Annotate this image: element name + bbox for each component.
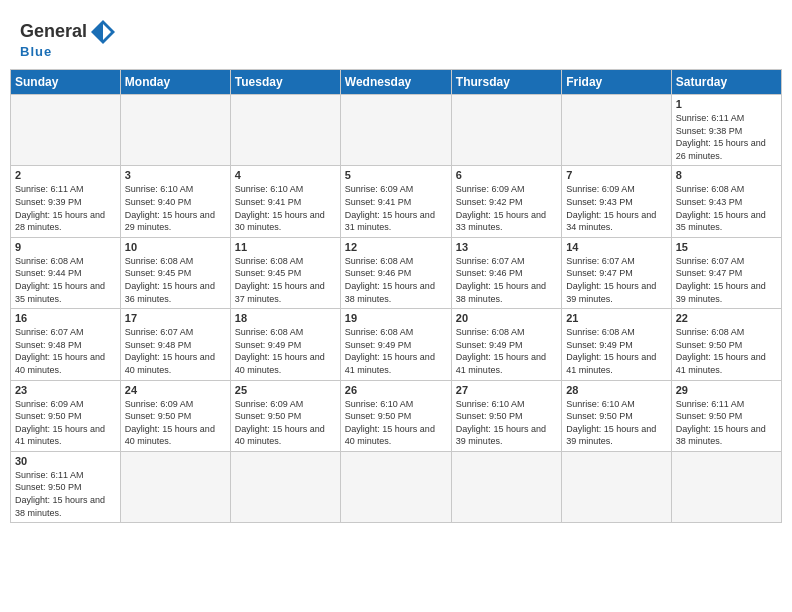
- calendar-cell: [230, 95, 340, 166]
- day-info: Sunrise: 6:07 AMSunset: 9:48 PMDaylight:…: [15, 326, 116, 376]
- day-info: Sunrise: 6:08 AMSunset: 9:50 PMDaylight:…: [676, 326, 777, 376]
- day-number: 29: [676, 384, 777, 396]
- day-number: 13: [456, 241, 557, 253]
- calendar-week-2: 9Sunrise: 6:08 AMSunset: 9:44 PMDaylight…: [11, 237, 782, 308]
- calendar-cell: 10Sunrise: 6:08 AMSunset: 9:45 PMDayligh…: [120, 237, 230, 308]
- calendar-cell: [562, 451, 671, 522]
- calendar-cell: 11Sunrise: 6:08 AMSunset: 9:45 PMDayligh…: [230, 237, 340, 308]
- calendar-week-4: 23Sunrise: 6:09 AMSunset: 9:50 PMDayligh…: [11, 380, 782, 451]
- calendar-cell: 30Sunrise: 6:11 AMSunset: 9:50 PMDayligh…: [11, 451, 121, 522]
- day-number: 4: [235, 169, 336, 181]
- calendar-cell: [120, 95, 230, 166]
- calendar-cell: 9Sunrise: 6:08 AMSunset: 9:44 PMDaylight…: [11, 237, 121, 308]
- day-number: 21: [566, 312, 666, 324]
- day-number: 19: [345, 312, 447, 324]
- calendar-cell: 7Sunrise: 6:09 AMSunset: 9:43 PMDaylight…: [562, 166, 671, 237]
- calendar-cell: 8Sunrise: 6:08 AMSunset: 9:43 PMDaylight…: [671, 166, 781, 237]
- logo-icon: [89, 18, 117, 46]
- day-number: 5: [345, 169, 447, 181]
- calendar-cell: [120, 451, 230, 522]
- day-number: 7: [566, 169, 666, 181]
- calendar-cell: 23Sunrise: 6:09 AMSunset: 9:50 PMDayligh…: [11, 380, 121, 451]
- day-info: Sunrise: 6:08 AMSunset: 9:46 PMDaylight:…: [345, 255, 447, 305]
- day-info: Sunrise: 6:08 AMSunset: 9:44 PMDaylight:…: [15, 255, 116, 305]
- day-number: 8: [676, 169, 777, 181]
- day-info: Sunrise: 6:09 AMSunset: 9:50 PMDaylight:…: [235, 398, 336, 448]
- day-number: 20: [456, 312, 557, 324]
- day-info: Sunrise: 6:08 AMSunset: 9:45 PMDaylight:…: [235, 255, 336, 305]
- day-number: 11: [235, 241, 336, 253]
- calendar-cell: 14Sunrise: 6:07 AMSunset: 9:47 PMDayligh…: [562, 237, 671, 308]
- day-info: Sunrise: 6:09 AMSunset: 9:50 PMDaylight:…: [125, 398, 226, 448]
- day-info: Sunrise: 6:10 AMSunset: 9:50 PMDaylight:…: [456, 398, 557, 448]
- weekday-header-thursday: Thursday: [451, 70, 561, 95]
- calendar-week-0: 1Sunrise: 6:11 AMSunset: 9:38 PMDaylight…: [11, 95, 782, 166]
- day-info: Sunrise: 6:08 AMSunset: 9:45 PMDaylight:…: [125, 255, 226, 305]
- calendar-cell: 5Sunrise: 6:09 AMSunset: 9:41 PMDaylight…: [340, 166, 451, 237]
- header: General Blue: [10, 10, 782, 65]
- calendar-cell: 26Sunrise: 6:10 AMSunset: 9:50 PMDayligh…: [340, 380, 451, 451]
- calendar-cell: 27Sunrise: 6:10 AMSunset: 9:50 PMDayligh…: [451, 380, 561, 451]
- calendar-cell: 20Sunrise: 6:08 AMSunset: 9:49 PMDayligh…: [451, 309, 561, 380]
- day-number: 26: [345, 384, 447, 396]
- day-info: Sunrise: 6:08 AMSunset: 9:49 PMDaylight:…: [345, 326, 447, 376]
- weekday-header-monday: Monday: [120, 70, 230, 95]
- weekday-header-saturday: Saturday: [671, 70, 781, 95]
- calendar-cell: 25Sunrise: 6:09 AMSunset: 9:50 PMDayligh…: [230, 380, 340, 451]
- day-number: 23: [15, 384, 116, 396]
- calendar-body: 1Sunrise: 6:11 AMSunset: 9:38 PMDaylight…: [11, 95, 782, 523]
- day-number: 28: [566, 384, 666, 396]
- calendar-week-5: 30Sunrise: 6:11 AMSunset: 9:50 PMDayligh…: [11, 451, 782, 522]
- logo: General Blue: [20, 18, 117, 59]
- calendar-cell: 28Sunrise: 6:10 AMSunset: 9:50 PMDayligh…: [562, 380, 671, 451]
- day-info: Sunrise: 6:11 AMSunset: 9:38 PMDaylight:…: [676, 112, 777, 162]
- day-number: 27: [456, 384, 557, 396]
- day-number: 9: [15, 241, 116, 253]
- day-number: 17: [125, 312, 226, 324]
- day-info: Sunrise: 6:08 AMSunset: 9:49 PMDaylight:…: [235, 326, 336, 376]
- day-info: Sunrise: 6:07 AMSunset: 9:48 PMDaylight:…: [125, 326, 226, 376]
- calendar-cell: 15Sunrise: 6:07 AMSunset: 9:47 PMDayligh…: [671, 237, 781, 308]
- day-info: Sunrise: 6:08 AMSunset: 9:43 PMDaylight:…: [676, 183, 777, 233]
- logo-blue-text: Blue: [20, 44, 117, 59]
- day-info: Sunrise: 6:10 AMSunset: 9:40 PMDaylight:…: [125, 183, 226, 233]
- calendar-cell: 19Sunrise: 6:08 AMSunset: 9:49 PMDayligh…: [340, 309, 451, 380]
- calendar-cell: 6Sunrise: 6:09 AMSunset: 9:42 PMDaylight…: [451, 166, 561, 237]
- day-number: 12: [345, 241, 447, 253]
- calendar-cell: 3Sunrise: 6:10 AMSunset: 9:40 PMDaylight…: [120, 166, 230, 237]
- day-info: Sunrise: 6:10 AMSunset: 9:50 PMDaylight:…: [345, 398, 447, 448]
- calendar-cell: [562, 95, 671, 166]
- day-number: 6: [456, 169, 557, 181]
- calendar-cell: 1Sunrise: 6:11 AMSunset: 9:38 PMDaylight…: [671, 95, 781, 166]
- calendar-cell: [230, 451, 340, 522]
- weekday-header-row: SundayMondayTuesdayWednesdayThursdayFrid…: [11, 70, 782, 95]
- calendar-cell: 22Sunrise: 6:08 AMSunset: 9:50 PMDayligh…: [671, 309, 781, 380]
- weekday-header-wednesday: Wednesday: [340, 70, 451, 95]
- day-number: 30: [15, 455, 116, 467]
- day-number: 2: [15, 169, 116, 181]
- weekday-header-friday: Friday: [562, 70, 671, 95]
- day-info: Sunrise: 6:11 AMSunset: 9:50 PMDaylight:…: [15, 469, 116, 519]
- calendar-cell: 18Sunrise: 6:08 AMSunset: 9:49 PMDayligh…: [230, 309, 340, 380]
- day-number: 1: [676, 98, 777, 110]
- calendar-cell: [11, 95, 121, 166]
- day-info: Sunrise: 6:08 AMSunset: 9:49 PMDaylight:…: [456, 326, 557, 376]
- day-info: Sunrise: 6:11 AMSunset: 9:50 PMDaylight:…: [676, 398, 777, 448]
- calendar-cell: 24Sunrise: 6:09 AMSunset: 9:50 PMDayligh…: [120, 380, 230, 451]
- calendar-cell: 4Sunrise: 6:10 AMSunset: 9:41 PMDaylight…: [230, 166, 340, 237]
- calendar-cell: [451, 95, 561, 166]
- weekday-header-tuesday: Tuesday: [230, 70, 340, 95]
- logo-text: General: [20, 22, 87, 42]
- calendar-cell: [340, 451, 451, 522]
- day-number: 25: [235, 384, 336, 396]
- day-number: 15: [676, 241, 777, 253]
- calendar-cell: [451, 451, 561, 522]
- day-info: Sunrise: 6:11 AMSunset: 9:39 PMDaylight:…: [15, 183, 116, 233]
- day-number: 24: [125, 384, 226, 396]
- calendar-cell: 2Sunrise: 6:11 AMSunset: 9:39 PMDaylight…: [11, 166, 121, 237]
- day-info: Sunrise: 6:09 AMSunset: 9:43 PMDaylight:…: [566, 183, 666, 233]
- day-number: 16: [15, 312, 116, 324]
- calendar-cell: [671, 451, 781, 522]
- day-number: 18: [235, 312, 336, 324]
- day-number: 10: [125, 241, 226, 253]
